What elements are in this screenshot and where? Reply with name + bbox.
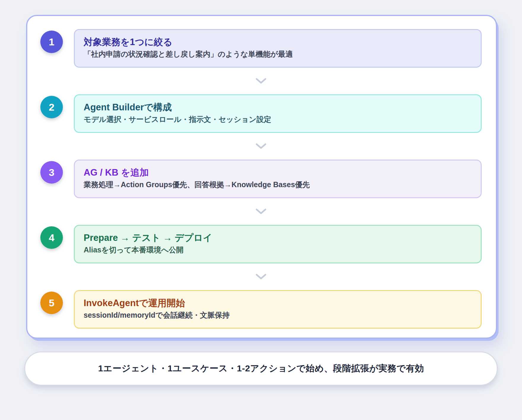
step-title: InvokeAgentで運用開始 bbox=[84, 298, 472, 308]
step-subtitle: モデル選択・サービスロール・指示文・セッション設定 bbox=[84, 115, 472, 124]
chevron-down-icon bbox=[256, 143, 266, 149]
step-connector bbox=[40, 133, 482, 160]
step-title: Prepare → テスト → デプロイ bbox=[84, 233, 472, 243]
step-number-badge: 5 bbox=[40, 292, 63, 314]
step-row: 2 Agent Builderで構成 モデル選択・サービスロール・指示文・セッシ… bbox=[40, 94, 482, 133]
step-row: 4 Prepare → テスト → デプロイ Aliasを切って本番環境へ公開 bbox=[40, 225, 482, 263]
step-title: Agent Builderで構成 bbox=[84, 102, 472, 113]
footer-note: 1エージェント・1ユースケース・1-2アクションで始め、段階拡張が実務で有効 bbox=[24, 351, 498, 386]
step-row: 3 AG / KB を追加 業務処理→Action Groups優先、回答根拠→… bbox=[40, 160, 482, 198]
step-flow-card: 1 対象業務を1つに絞る 「社内申請の状況確認と差し戻し案内」のような単機能が最… bbox=[26, 15, 497, 339]
step-subtitle: 「社内申請の状況確認と差し戻し案内」のような単機能が最適 bbox=[84, 50, 472, 59]
step-title: AG / KB を追加 bbox=[84, 167, 472, 178]
step-subtitle: Aliasを切って本番環境へ公開 bbox=[84, 245, 472, 254]
step-number-badge: 4 bbox=[40, 226, 63, 249]
step-connector bbox=[40, 68, 482, 94]
step-subtitle: 業務処理→Action Groups優先、回答根拠→Knowledge Base… bbox=[84, 180, 472, 189]
step-box: 対象業務を1つに絞る 「社内申請の状況確認と差し戻し案内」のような単機能が最適 bbox=[74, 29, 482, 68]
step-row: 5 InvokeAgentで運用開始 sessionId/memoryIdで会話… bbox=[40, 290, 482, 329]
footer-text: 1エージェント・1ユースケース・1-2アクションで始め、段階拡張が実務で有効 bbox=[98, 362, 424, 375]
step-box: InvokeAgentで運用開始 sessionId/memoryIdで会話継続… bbox=[74, 290, 482, 329]
step-box: Agent Builderで構成 モデル選択・サービスロール・指示文・セッション… bbox=[74, 94, 482, 133]
step-number-badge: 3 bbox=[40, 161, 63, 184]
step-row: 1 対象業務を1つに絞る 「社内申請の状況確認と差し戻し案内」のような単機能が最… bbox=[40, 29, 482, 68]
step-box: Prepare → テスト → デプロイ Aliasを切って本番環境へ公開 bbox=[74, 225, 482, 263]
step-box: AG / KB を追加 業務処理→Action Groups優先、回答根拠→Kn… bbox=[74, 160, 482, 198]
page-background: 1 対象業務を1つに絞る 「社内申請の状況確認と差し戻し案内」のような単機能が最… bbox=[0, 0, 522, 420]
step-title: 対象業務を1つに絞る bbox=[84, 37, 472, 47]
step-connector bbox=[40, 198, 482, 225]
chevron-down-icon bbox=[256, 208, 266, 215]
step-number-badge: 2 bbox=[40, 96, 63, 118]
chevron-down-icon bbox=[256, 273, 266, 280]
step-number-badge: 1 bbox=[40, 31, 63, 53]
chevron-down-icon bbox=[256, 78, 266, 84]
step-connector bbox=[40, 263, 482, 290]
step-list: 1 対象業務を1つに絞る 「社内申請の状況確認と差し戻し案内」のような単機能が最… bbox=[40, 29, 482, 329]
step-subtitle: sessionId/memoryIdで会話継続・文脈保持 bbox=[84, 311, 472, 320]
